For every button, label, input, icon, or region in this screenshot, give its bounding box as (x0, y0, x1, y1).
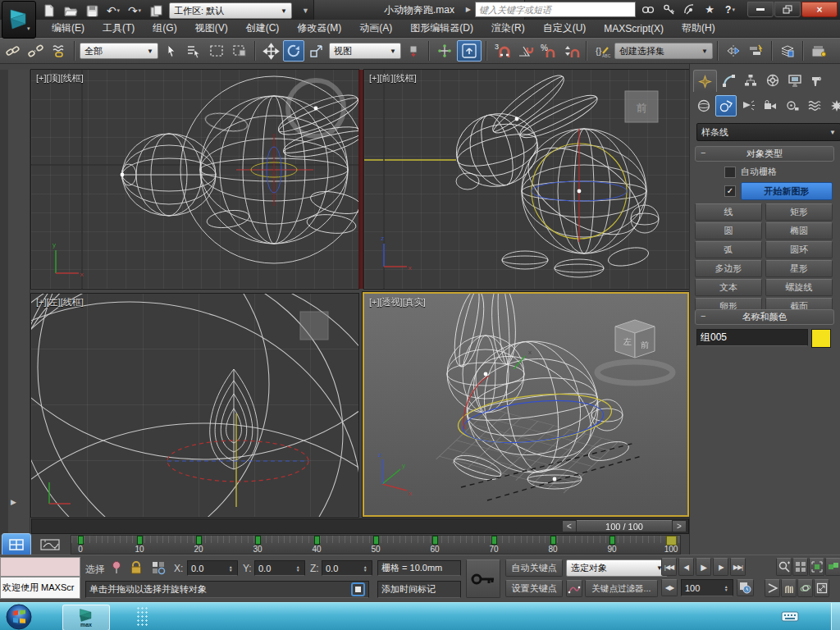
expand-panel-arrow-icon[interactable]: ▶ (11, 498, 16, 506)
keyframe-marker[interactable] (314, 536, 320, 545)
rectangular-selection-region-icon[interactable] (206, 40, 227, 62)
keyframe-marker[interactable] (196, 536, 202, 545)
unlink-icon[interactable] (25, 40, 47, 62)
tab-modify[interactable] (717, 70, 739, 91)
orbit-icon[interactable] (797, 579, 813, 597)
mirror-icon[interactable] (723, 40, 744, 62)
left-collapsed-panel[interactable]: ▶ (0, 70, 30, 535)
zoom-extents-all-icon[interactable] (825, 558, 840, 576)
lights-icon[interactable] (737, 95, 759, 116)
viewport-left-label[interactable]: [+][左][线框] (36, 296, 84, 308)
go-to-end-button[interactable]: ▶▶| (730, 558, 746, 576)
menu-tools[interactable]: 工具(T) (94, 20, 144, 37)
menu-views[interactable]: 视图(V) (186, 20, 237, 37)
menu-group[interactable]: 组(G) (144, 20, 185, 37)
y-coordinate-input[interactable] (258, 564, 294, 573)
shapes-icon[interactable] (715, 95, 737, 116)
absolute-offset-toggle-icon[interactable] (151, 560, 166, 575)
start-button[interactable] (5, 603, 33, 630)
viewport-left[interactable]: [+][左][线框] (31, 294, 358, 517)
tab-motion[interactable] (761, 70, 783, 91)
previous-frame-button[interactable]: < (562, 520, 577, 532)
workspace-dropdown[interactable]: 工作区: 默认 ▼ (169, 2, 292, 19)
menu-rendering[interactable]: 渲染(R) (482, 20, 534, 37)
viewport-divider-red[interactable] (358, 70, 364, 289)
spinner-snap-icon[interactable] (560, 40, 582, 62)
show-desktop-button[interactable] (831, 603, 840, 630)
viewport-front[interactable]: [+][前][线框] (364, 70, 689, 289)
snap-toggle-3d-icon[interactable]: 3 (491, 40, 513, 62)
favorites-star-icon[interactable]: ★ (701, 2, 718, 17)
project-folder-icon[interactable] (148, 3, 164, 18)
menu-animation[interactable]: 动画(A) (350, 20, 401, 37)
communication-center-icon[interactable] (681, 2, 697, 17)
go-to-start-button[interactable]: |◀◀ (661, 558, 677, 576)
shape-button-rectangle[interactable]: 矩形 (765, 203, 833, 221)
select-object-icon[interactable] (160, 40, 181, 62)
object-color-swatch[interactable] (811, 329, 831, 348)
shape-button-helix[interactable]: 螺旋线 (765, 279, 833, 296)
render-frame-window-icon[interactable] (808, 40, 829, 62)
menu-modifiers[interactable]: 修改器(M) (288, 20, 350, 37)
selected-objects-dropdown[interactable]: 选定对象▼ (566, 559, 668, 577)
infocenter-expand-icon[interactable]: ▶ (466, 6, 471, 13)
collapse-icon[interactable]: − (701, 148, 705, 158)
z-coordinate-input[interactable] (326, 564, 362, 573)
isolate-selection-icon[interactable] (110, 560, 123, 575)
help-icon[interactable]: ?▾ (722, 2, 738, 17)
app-logo-icon[interactable]: ▾ (2, 1, 36, 39)
viewport-top[interactable]: [+][顶][线框] (31, 70, 358, 289)
tab-display[interactable] (783, 70, 806, 91)
select-and-rotate-icon[interactable] (283, 40, 304, 62)
select-and-manipulate-icon[interactable] (434, 40, 455, 62)
field-of-view-icon[interactable] (765, 579, 780, 597)
time-slider-handle[interactable]: < 100 / 100 > (562, 520, 687, 532)
set-keys-button[interactable] (466, 559, 500, 598)
maxscript-mini-listener[interactable]: 欢迎使用 MAXScr (0, 577, 80, 599)
tab-create[interactable] (693, 70, 717, 92)
current-frame-field[interactable]: ▲▼ (681, 579, 733, 596)
search-icon[interactable] (640, 2, 656, 17)
keyframe-marker[interactable] (373, 536, 379, 545)
space-warps-icon[interactable] (804, 95, 825, 116)
viewport-layout-tabs-icon[interactable] (2, 533, 31, 556)
select-by-name-icon[interactable] (183, 40, 204, 62)
open-file-icon[interactable] (62, 3, 79, 18)
selection-lock-icon[interactable] (130, 560, 143, 575)
shape-button-arc[interactable]: 弧 (695, 241, 762, 258)
spinner-icon[interactable]: ▲▼ (362, 565, 368, 572)
maximize-viewport-toggle-icon[interactable] (814, 579, 829, 597)
shape-button-donut[interactable]: 圆环 (765, 241, 833, 258)
shape-category-dropdown[interactable]: 样条线▼ (696, 123, 840, 141)
collapse-icon[interactable]: − (701, 311, 705, 321)
subscription-key-icon[interactable] (660, 2, 677, 17)
helpers-icon[interactable] (782, 95, 803, 116)
menu-create[interactable]: 创建(C) (237, 20, 289, 37)
select-and-link-icon[interactable] (2, 40, 24, 62)
taskbar-3dsmax-button[interactable]: max (62, 605, 110, 630)
shape-button-circle[interactable]: 圆 (695, 222, 762, 240)
redo-icon[interactable]: ↷▾ (126, 3, 143, 18)
object-name-input[interactable] (701, 332, 804, 344)
zoom-all-icon[interactable] (792, 558, 808, 576)
spinner-icon[interactable]: ▲▼ (723, 585, 729, 591)
start-new-shape-button[interactable]: 开始新图形 (741, 182, 833, 200)
maxscript-mini-listener-macro[interactable] (0, 557, 80, 577)
rollout-name-color[interactable]: − 名称和颜色 (695, 309, 834, 325)
search-input[interactable] (475, 2, 636, 17)
x-coordinate-input[interactable] (191, 564, 227, 573)
zoom-icon[interactable] (776, 558, 792, 576)
set-key-button[interactable]: 设置关键点 (505, 580, 563, 597)
keyframe-marker[interactable] (432, 536, 438, 545)
shape-button-line[interactable]: 线 (695, 203, 762, 221)
shape-button-text[interactable]: 文本 (695, 279, 762, 296)
keyframe-marker[interactable] (137, 536, 143, 545)
viewport-top-label[interactable]: [+][顶][线框] (36, 72, 84, 84)
viewport-perspective-label[interactable]: [+][透视][真实] (369, 296, 426, 308)
keyframe-marker[interactable] (491, 536, 497, 545)
viewport-perspective[interactable]: [+][透视][真实] (363, 292, 689, 517)
start-new-shape-checkbox[interactable]: ✓ (724, 185, 736, 197)
time-slider[interactable]: < 100 / 100 > (31, 518, 689, 534)
time-configuration-icon[interactable] (737, 579, 754, 596)
save-icon[interactable] (84, 3, 100, 18)
